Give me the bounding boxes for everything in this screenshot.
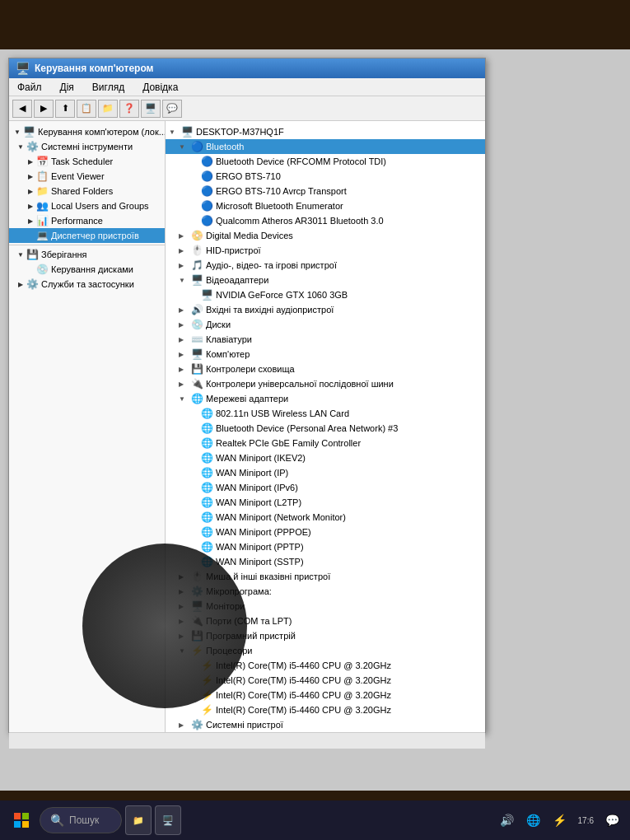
device-tree-item-17[interactable]: ▶🔌Контролери універсальної послідовної ш… — [166, 376, 485, 391]
arrow-lu: ▶ — [26, 201, 35, 211]
menu-view[interactable]: Вигляд — [87, 80, 129, 95]
icon-svc: ⚙️ — [26, 278, 39, 291]
svg-rect-2 — [14, 821, 21, 828]
title-bar: 🖥️ Керування комп'ютером — [9, 58, 485, 78]
device-label: Мережеві адаптери — [206, 394, 288, 404]
device-tree-item-23[interactable]: 🌐WAN Miniport (IP) — [166, 465, 485, 480]
svg-rect-1 — [22, 813, 29, 819]
taskbar-computer-mgmt[interactable]: 🖥️ — [155, 805, 181, 835]
left-tree-disk-mgmt[interactable]: 💿 Керування дисками — [9, 262, 165, 277]
device-label: DESKTOP-M37HQ1F — [196, 127, 284, 137]
up-button[interactable]: ⬆ — [55, 100, 75, 118]
left-tree-task-sched[interactable]: ▶ 📅 Task Scheduler — [9, 154, 165, 169]
left-tree-event-viewer[interactable]: ▶ 📋 Event Viewer — [9, 169, 165, 184]
device-tree-item-18[interactable]: ▼🌐Мережеві адаптери — [166, 391, 485, 406]
device-tree-item-24[interactable]: 🌐WAN Miniport (IPv6) — [166, 480, 485, 495]
device-icon: 🌐 — [200, 525, 213, 539]
arrow-icon: ▼ — [179, 395, 189, 403]
back-button[interactable]: ◀ — [12, 100, 32, 118]
system-tray: 🔊 🌐 ⚡ 17:6 💬 — [496, 809, 623, 832]
label-svc: Служби та застосунки — [41, 279, 134, 289]
device-tree-item-6[interactable]: 🔵Qualcomm Atheros AR3011 Bluetooth 3.0 — [166, 213, 485, 228]
device-icon: 🔵 — [200, 199, 213, 212]
forward-button[interactable]: ▶ — [34, 100, 54, 118]
device-icon: 🌐 — [190, 392, 203, 405]
taskbar-search-box[interactable]: 🔍 Пошук — [40, 807, 122, 833]
left-tree-shared-folders[interactable]: ▶ 📁 Shared Folders — [9, 184, 165, 198]
properties-button[interactable]: 📋 — [77, 100, 96, 118]
device-tree-item-19[interactable]: 🌐802.11n USB Wireless LAN Card — [166, 406, 485, 421]
left-tree-local-users[interactable]: ▶ 👥 Local Users and Groups — [9, 198, 165, 213]
arrow-icon: ▼ — [179, 277, 189, 284]
device-tree-item-25[interactable]: 🌐WAN Miniport (L2TP) — [166, 495, 485, 510]
device-tree-item-27[interactable]: 🌐WAN Miniport (PPPOE) — [166, 525, 485, 539]
left-tree-performance[interactable]: ▶ 📊 Performance — [9, 213, 165, 228]
menu-action[interactable]: Дія — [55, 80, 79, 95]
device-tree-item-4[interactable]: 🔵ERGO BTS-710 Avrcp Transport — [166, 184, 485, 198]
menu-file[interactable]: Файл — [12, 80, 47, 95]
device-tree-item-7[interactable]: ▶📀Digital Media Devices — [166, 228, 485, 243]
chat-button[interactable]: 💬 — [162, 100, 182, 118]
arrow-dm — [26, 231, 35, 240]
device-tree-item-10[interactable]: ▼🖥️Відеоадаптери — [166, 273, 485, 287]
device-icon: 💿 — [190, 318, 203, 331]
arrow-icon: ▶ — [179, 321, 189, 329]
device-tree-item-21[interactable]: 🌐Realtek PCIe GbE Family Controller — [166, 436, 485, 450]
device-tree-item-20[interactable]: 🌐Bluetooth Device (Personal Area Network… — [166, 421, 485, 436]
arrow-icon: ▶ — [179, 247, 189, 254]
device-tree-item-12[interactable]: ▶🔊Вхідні та вихідні аудіопристрої — [166, 302, 485, 317]
device-icon: 🖥️ — [190, 348, 203, 361]
help-button[interactable]: ❓ — [119, 100, 139, 118]
label-lu: Local Users and Groups — [51, 201, 149, 211]
left-tree-services[interactable]: ▶ ⚙️ Служби та застосунки — [9, 277, 165, 292]
device-tree-item-15[interactable]: ▶🖥️Комп'ютер — [166, 347, 485, 362]
device-tree-item-3[interactable]: 🔵ERGO BTS-710 — [166, 169, 485, 184]
screen: 🖥️ Керування комп'ютером Файл Дія Вигляд… — [0, 49, 630, 791]
device-label: Intel(R) Core(TM) i5-4460 CPU @ 3.20GHz — [216, 690, 391, 700]
computer-button[interactable]: 🖥️ — [141, 100, 161, 118]
left-tree-root[interactable]: ▼ 🖥️ Керування комп'ютером (лок... — [9, 124, 165, 139]
icon-lu: 👥 — [35, 199, 49, 212]
device-icon: ⚡ — [200, 703, 213, 716]
device-icon: 🎵 — [190, 259, 203, 272]
menu-help[interactable]: Довідка — [138, 80, 183, 95]
tray-notification[interactable]: 💬 — [600, 809, 623, 832]
left-tree-system-tools[interactable]: ▼ ⚙️ Системні інструменти — [9, 139, 165, 154]
taskbar-file-explorer[interactable]: 📁 — [125, 805, 152, 835]
export-button[interactable]: 📁 — [98, 100, 118, 118]
device-tree-item-40[interactable]: ▶⚙️Системні пристрої — [166, 717, 485, 732]
device-tree-item-2[interactable]: 🔵Bluetooth Device (RFCOMM Protocol TDI) — [166, 154, 485, 169]
label-sys: Системні інструменти — [41, 142, 133, 152]
device-label: Bluetooth Device (RFCOMM Protocol TDI) — [216, 156, 386, 166]
tray-sound[interactable]: 🔊 — [496, 809, 519, 832]
device-tree-item-13[interactable]: ▶💿Диски — [166, 317, 485, 332]
device-tree-item-0[interactable]: ▼🖥️DESKTOP-M37HQ1F — [166, 124, 485, 139]
device-icon: 🖥️ — [200, 288, 213, 301]
device-icon: ⚙️ — [190, 718, 203, 731]
device-label: Bluetooth Device (Personal Area Network)… — [216, 423, 398, 433]
device-tree-item-8[interactable]: ▶🖱️HID-пристрої — [166, 243, 485, 258]
device-icon: 🌐 — [200, 496, 213, 509]
icon-stor: 💾 — [26, 248, 39, 261]
device-label: Intel(R) Core(TM) i5-4460 CPU @ 3.20GHz — [216, 660, 391, 670]
device-tree-item-5[interactable]: 🔵Microsoft Bluetooth Enumerator — [166, 198, 485, 213]
tray-network[interactable]: 🌐 — [522, 809, 545, 832]
device-tree-item-11[interactable]: 🖥️NVIDIA GeForce GTX 1060 3GB — [166, 287, 485, 302]
tray-clock: 17:6 — [575, 809, 597, 832]
device-tree-item-39[interactable]: ⚡Intel(R) Core(TM) i5-4460 CPU @ 3.20GHz — [166, 702, 485, 717]
start-button[interactable] — [7, 805, 36, 835]
device-tree-item-1[interactable]: ▼🔵Bluetooth — [166, 139, 485, 154]
device-tree-item-16[interactable]: ▶💾Контролери сховища — [166, 362, 485, 376]
device-tree-item-9[interactable]: ▶🎵Аудіо-, відео- та ігрові пристрої — [166, 258, 485, 273]
device-tree-item-22[interactable]: 🌐WAN Miniport (IKEV2) — [166, 450, 485, 465]
device-tree-item-26[interactable]: 🌐WAN Miniport (Network Monitor) — [166, 510, 485, 525]
label-disk: Керування дисками — [51, 264, 133, 274]
device-label: ERGO BTS-710 — [216, 171, 281, 181]
left-tree-storage[interactable]: ▼ 💾 Зберігання — [9, 247, 165, 262]
separator-1 — [9, 245, 165, 245]
device-tree-item-28[interactable]: 🌐WAN Miniport (PPTP) — [166, 539, 485, 554]
tray-battery[interactable]: ⚡ — [548, 809, 572, 832]
left-tree-device-manager[interactable]: 💻 Диспетчер пристроїв — [9, 228, 165, 243]
device-icon: 🌐 — [200, 466, 213, 479]
device-tree-item-14[interactable]: ▶⌨️Клавіатури — [166, 332, 485, 347]
